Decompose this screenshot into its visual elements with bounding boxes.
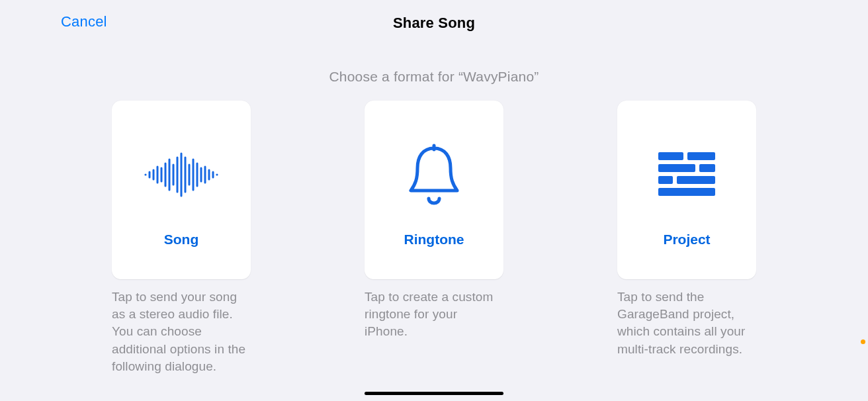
option-song-description: Tap to send your song as a stereo audio … [112, 289, 251, 375]
waveform-icon [142, 128, 221, 221]
home-indicator[interactable] [365, 392, 503, 395]
svg-rect-24 [677, 176, 715, 184]
card-project[interactable]: Project [617, 101, 756, 279]
card-project-label: Project [663, 232, 710, 247]
svg-point-18 [216, 173, 218, 175]
card-ringtone-label: Ringtone [404, 232, 464, 247]
svg-rect-19 [658, 152, 683, 160]
format-options: Song Tap to send your song as a stereo a… [0, 101, 868, 375]
header: Cancel Share Song [0, 0, 868, 32]
card-song-label: Song [164, 232, 199, 247]
svg-point-0 [144, 173, 146, 175]
bell-icon [406, 128, 462, 221]
card-song[interactable]: Song [112, 101, 251, 279]
recording-indicator-dot [861, 339, 865, 344]
subtitle: Choose a format for “WavyPiano” [0, 69, 868, 85]
option-ringtone-description: Tap to create a custom ringtone for your… [365, 289, 503, 341]
option-ringtone: Ringtone Tap to create a custom ringtone… [365, 101, 503, 375]
svg-rect-22 [699, 164, 715, 172]
cancel-button[interactable]: Cancel [61, 13, 107, 30]
tracks-icon [658, 128, 715, 221]
svg-rect-20 [687, 152, 715, 160]
option-project: Project Tap to send the GarageBand proje… [617, 101, 756, 375]
option-song: Song Tap to send your song as a stereo a… [112, 101, 251, 375]
option-project-description: Tap to send the GarageBand project, whic… [617, 289, 756, 358]
card-ringtone[interactable]: Ringtone [365, 101, 503, 279]
svg-rect-25 [658, 188, 715, 196]
svg-rect-23 [658, 176, 673, 184]
page-title: Share Song [393, 15, 475, 32]
svg-rect-21 [658, 164, 695, 172]
